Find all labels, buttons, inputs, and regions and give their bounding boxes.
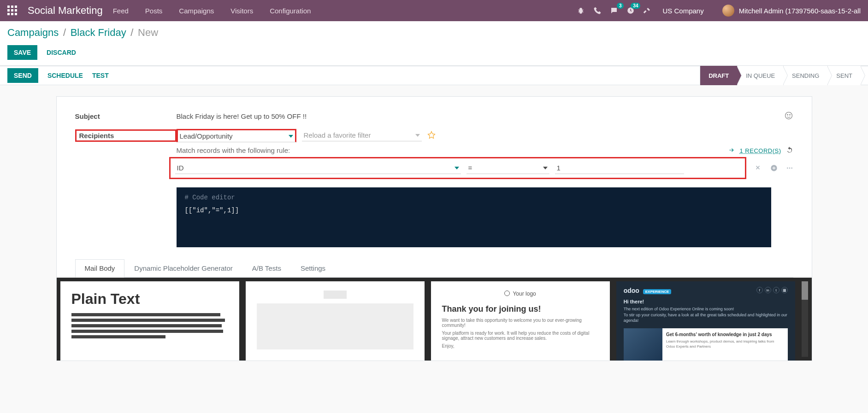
status-in-queue[interactable]: IN QUEUE <box>737 66 783 85</box>
recipients-label: Recipients <box>75 129 177 142</box>
phone-icon[interactable] <box>593 6 602 15</box>
nav-campaigns[interactable]: Campaigns <box>179 7 214 15</box>
rule-field-select[interactable]: ID <box>175 162 461 174</box>
messages-icon[interactable]: 3 <box>610 6 618 15</box>
svg-point-2 <box>787 114 788 115</box>
svg-point-6 <box>789 168 790 169</box>
breadcrumb-current: New <box>138 27 158 38</box>
add-rule-icon[interactable] <box>770 164 778 172</box>
delete-rule-icon[interactable] <box>755 164 762 172</box>
nav-configuration[interactable]: Configuration <box>270 7 311 15</box>
send-button[interactable]: SEND <box>7 68 38 83</box>
code-editor[interactable]: # Code editor [["id","=",1]] <box>177 187 771 247</box>
records-count[interactable]: 1 RECORD(S) <box>739 147 781 154</box>
caret-down-icon <box>455 164 459 172</box>
more-rule-icon[interactable] <box>786 164 793 172</box>
tab-placeholder-generator[interactable]: Dynamic Placeholder Generator <box>124 259 242 277</box>
code-body: [["id","=",1]] <box>185 207 763 214</box>
refresh-icon[interactable] <box>786 146 793 155</box>
username: Mitchell Admin (17397560-saas-15-2-all <box>739 7 861 15</box>
favorite-filter-select[interactable]: Reload a favorite filter <box>302 129 422 141</box>
template-gallery: Plain Text Your logo Thank you for joini… <box>57 278 812 361</box>
top-navbar: Social Marketing Feed Posts Campaigns Vi… <box>0 0 868 21</box>
tab-ab-tests[interactable]: A/B Tests <box>242 259 291 277</box>
schedule-button[interactable]: SCHEDULE <box>47 72 83 79</box>
template-plain-text[interactable]: Plain Text <box>60 281 239 361</box>
records-info: 1 RECORD(S) <box>728 146 793 155</box>
tabs: Mail Body Dynamic Placeholder Generator … <box>75 259 793 278</box>
status-draft[interactable]: DRAFT <box>700 66 737 85</box>
gallery-scrollbar[interactable] <box>802 281 808 357</box>
nav-icons: 3 34 US Company Mitchell Admin (17397560… <box>577 5 861 17</box>
edit-buttons: SAVE DISCARD <box>0 42 868 65</box>
template-basic[interactable] <box>246 281 425 361</box>
user-menu[interactable]: Mitchell Admin (17397560-saas-15-2-all <box>722 5 861 17</box>
template-odoo-experience[interactable]: odoo EXPERIENCE fint▦ Hi there! The next… <box>616 281 795 361</box>
discard-button[interactable]: DISCARD <box>47 49 76 56</box>
tools-icon[interactable] <box>643 6 651 15</box>
svg-point-1 <box>785 112 792 119</box>
company-selector[interactable]: US Company <box>662 7 703 15</box>
tab-settings[interactable]: Settings <box>291 259 335 277</box>
app-title[interactable]: Social Marketing <box>28 5 103 17</box>
status-sending[interactable]: SENDING <box>783 66 827 85</box>
svg-point-5 <box>787 168 788 169</box>
emoji-icon[interactable] <box>784 111 793 122</box>
subject-label: Subject <box>75 112 177 120</box>
save-button[interactable]: SAVE <box>7 45 37 60</box>
nav-menu: Feed Posts Campaigns Visitors Configurat… <box>113 7 311 15</box>
test-button[interactable]: TEST <box>92 72 109 79</box>
social-icons: fint▦ <box>756 287 788 293</box>
domain-rule: ID = 1 <box>169 157 746 179</box>
svg-point-7 <box>791 168 792 169</box>
rule-value-input[interactable]: 1 <box>555 162 684 174</box>
caret-down-icon <box>289 132 293 140</box>
avatar <box>722 5 734 17</box>
bug-icon[interactable] <box>577 6 585 15</box>
caret-down-icon <box>543 164 548 172</box>
breadcrumb-campaigns[interactable]: Campaigns <box>7 27 59 38</box>
rule-operator-select[interactable]: = <box>466 162 549 174</box>
status-sent[interactable]: SENT <box>827 66 861 85</box>
recipients-model-select[interactable]: Lead/Opportunity <box>177 129 296 142</box>
clock-icon[interactable]: 34 <box>626 6 635 15</box>
breadcrumb-black-friday[interactable]: Black Friday <box>71 27 126 38</box>
star-icon[interactable] <box>427 131 436 140</box>
caret-down-icon <box>415 131 420 139</box>
nav-feed[interactable]: Feed <box>113 7 129 15</box>
breadcrumb: Campaigns / Black Friday / New <box>0 21 868 42</box>
nav-visitors[interactable]: Visitors <box>230 7 253 15</box>
nav-posts[interactable]: Posts <box>145 7 163 15</box>
activity-badge: 34 <box>631 3 640 9</box>
tab-mail-body[interactable]: Mail Body <box>75 259 125 278</box>
template-thank-you[interactable]: Your logo Thank you for joining us! We w… <box>431 281 610 361</box>
subject-value[interactable]: Black Friday is here! Get up to 50% OFF … <box>177 112 307 120</box>
svg-point-3 <box>789 114 790 115</box>
arrow-right-icon <box>728 147 735 155</box>
rule-hint: Match records with the following rule: <box>177 146 793 154</box>
control-panel: Campaigns / Black Friday / New SAVE DISC… <box>0 21 868 66</box>
apps-icon[interactable] <box>7 6 18 16</box>
statusbar: SEND SCHEDULE TEST DRAFT IN QUEUE SENDIN… <box>0 66 868 85</box>
form-sheet: Subject Black Friday is here! Get up to … <box>56 96 812 361</box>
messages-badge: 3 <box>617 3 624 9</box>
